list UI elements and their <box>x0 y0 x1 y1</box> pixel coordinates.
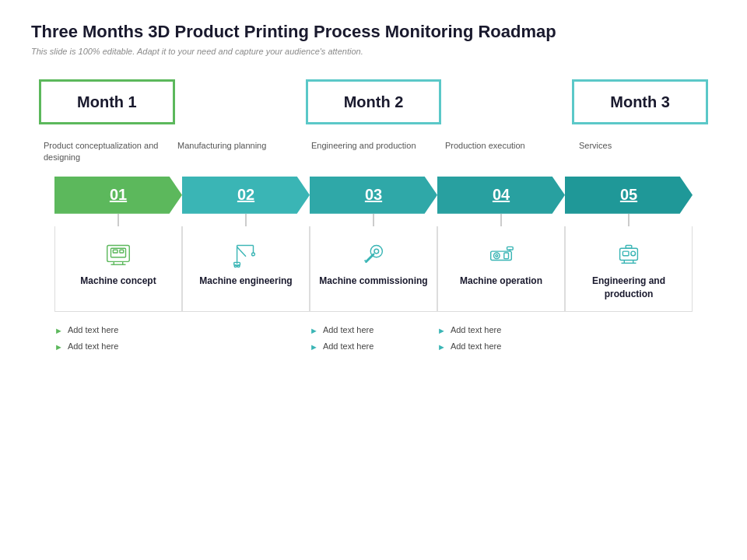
svg-point-14 <box>237 264 240 267</box>
bullet-arrow-icon: ► <box>54 325 63 336</box>
slide-subtitle: This slide is 100% editable. Adapt it to… <box>31 47 716 56</box>
svg-rect-6 <box>120 250 124 253</box>
step-banner-1: 01 <box>54 177 182 214</box>
desc-4: Production execution <box>445 140 570 164</box>
bullet-4-1: ► Add text here <box>437 324 565 336</box>
bullet-3-2: ► Add text here <box>310 341 437 352</box>
bullets-group-5 <box>565 324 693 358</box>
svg-rect-24 <box>507 247 514 250</box>
card-2: Machine engineering <box>182 226 310 312</box>
bullet-arrow-icon: ► <box>54 341 63 352</box>
svg-line-17 <box>366 254 374 262</box>
bullet-1-1: ► Add text here <box>54 324 182 336</box>
machine-operation-icon <box>486 237 517 268</box>
months-row: Month 1 Month 2 Month 3 <box>31 79 716 124</box>
svg-rect-5 <box>113 250 117 253</box>
desc-2: Manufacturing planning <box>177 140 302 164</box>
bullets-group-2 <box>182 324 310 358</box>
step-banner-5: 05 <box>565 177 693 214</box>
bullet-arrow-icon: ► <box>310 325 318 336</box>
engineering-production-icon <box>613 237 644 268</box>
svg-point-20 <box>494 253 500 259</box>
bullets-group-1: ► Add text here ► Add text here <box>54 324 182 358</box>
svg-point-16 <box>374 249 379 254</box>
bullets-row: ► Add text here ► Add text here ► Add te… <box>31 324 716 358</box>
desc-3: Engineering and production <box>311 140 436 164</box>
bullet-1-2: ► Add text here <box>54 341 182 352</box>
bullets-group-4: ► Add text here ► Add text here <box>437 324 565 358</box>
card-1-label: Machine concept <box>80 275 156 288</box>
bullet-arrow-icon: ► <box>310 341 318 352</box>
cards-row: Machine concept Machine engineering <box>31 226 716 312</box>
card-5: Engineering and production <box>565 226 693 312</box>
descriptions-row: Product conceptualization and designing … <box>31 140 716 164</box>
connector-row <box>31 214 716 226</box>
machine-commissioning-icon <box>358 237 389 268</box>
bullet-4-2: ► Add text here <box>437 341 565 352</box>
desc-1: Product conceptualization and designing <box>44 140 168 164</box>
svg-rect-22 <box>504 253 509 259</box>
svg-point-21 <box>496 254 498 257</box>
step-banner-4: 04 <box>437 177 565 214</box>
card-5-label: Engineering and production <box>573 275 684 301</box>
svg-point-11 <box>252 253 255 256</box>
bullet-arrow-icon: ► <box>437 341 446 352</box>
card-2-label: Machine engineering <box>199 275 292 288</box>
bullet-3-1: ► Add text here <box>310 324 437 336</box>
machine-engineering-icon <box>230 237 261 268</box>
card-4: Machine operation <box>437 226 565 312</box>
machine-concept-icon <box>103 237 134 268</box>
svg-line-9 <box>237 247 246 256</box>
step-banner-2: 02 <box>182 177 310 214</box>
card-3: Machine commissioning <box>310 226 437 312</box>
slide-container: Three Months 3D Product Printing Process… <box>0 0 747 560</box>
svg-line-18 <box>365 260 366 261</box>
svg-point-27 <box>631 251 636 256</box>
month-box-3: Month 3 <box>572 79 708 124</box>
arrows-row: 01 02 03 04 05 <box>31 177 716 214</box>
month-box-1: Month 1 <box>39 79 175 124</box>
bullets-group-3: ► Add text here ► Add text here <box>310 324 437 358</box>
card-1: Machine concept <box>54 226 182 312</box>
svg-rect-31 <box>626 245 632 248</box>
bullet-arrow-icon: ► <box>437 325 446 336</box>
month-box-2: Month 2 <box>306 79 442 124</box>
svg-point-13 <box>234 264 237 267</box>
svg-rect-26 <box>622 251 629 256</box>
slide-title: Three Months 3D Product Printing Process… <box>31 22 716 42</box>
desc-5: Services <box>579 140 703 164</box>
card-4-label: Machine operation <box>460 275 542 288</box>
step-banner-3: 03 <box>310 177 437 214</box>
card-3-label: Machine commissioning <box>319 275 427 288</box>
